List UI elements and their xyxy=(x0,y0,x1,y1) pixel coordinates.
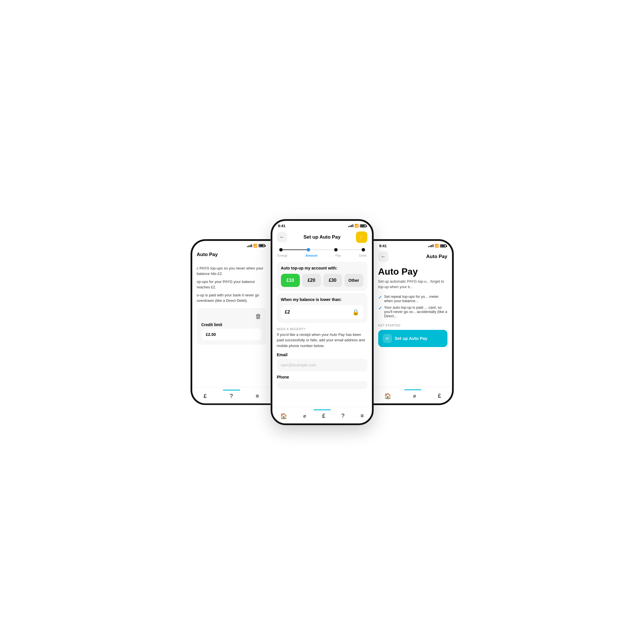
auto-pay-title: Auto Pay xyxy=(374,264,452,279)
nav-indicator-center xyxy=(314,409,331,410)
amount-btn-30[interactable]: £30 xyxy=(323,274,342,287)
step-dot-0 xyxy=(279,248,283,251)
signal-icon-right xyxy=(428,244,433,247)
lock-icon: 🔒 xyxy=(352,309,359,316)
battery-icon-right xyxy=(440,244,446,247)
nav-title-right: Auto Pay xyxy=(426,254,447,259)
step-line-0 xyxy=(283,249,307,250)
status-bar-center: 9:41 📶 xyxy=(272,221,372,229)
step-label-done: Done xyxy=(359,254,366,257)
nav-item-home[interactable]: 🏠 xyxy=(278,411,290,421)
infinity-icon: ∞ xyxy=(383,334,392,343)
nav-item-home-right[interactable]: 🏠 xyxy=(382,391,394,401)
step-dot-1 xyxy=(307,248,310,251)
nav-bar-center: ← Set up Auto Pay ⚡ xyxy=(272,229,372,245)
amount-btn-10[interactable]: £10 xyxy=(281,274,300,287)
balance-card-title: When my balance is lower than: xyxy=(281,297,363,302)
back-button-center[interactable]: ← xyxy=(277,232,287,242)
step-labels: Energy Amount Pay Done xyxy=(272,253,372,259)
nav-item-usage-right[interactable]: ⌀ xyxy=(411,392,418,400)
nav-item-help[interactable]: ? xyxy=(227,392,235,401)
phone-right: 9:41 📶 ← Auto Pay xyxy=(374,239,454,405)
setup-auto-pay-button[interactable]: ∞ Set up Auto Pay xyxy=(378,330,447,347)
check-text-1: Your auto top-up is paid ... card, so yo… xyxy=(384,305,447,318)
auto-pay-desc: Set up automatic PAYG top-u... forget to… xyxy=(374,279,452,293)
step-line-2 xyxy=(338,249,362,250)
lightning-button[interactable]: ⚡ xyxy=(356,231,367,243)
step-line-1 xyxy=(310,249,334,250)
nav-item-payments-center[interactable]: £ xyxy=(320,411,328,420)
credit-section: 🗑 Credit limit £2.00 xyxy=(197,308,266,345)
check-text-0: Set repeat top-ups for yo... meter when … xyxy=(384,294,447,303)
check-list: ✓ Set repeat top-ups for yo... meter whe… xyxy=(374,293,452,322)
step-label-energy: Energy xyxy=(278,254,288,257)
stepper xyxy=(272,245,372,253)
nav-item-menu-center[interactable]: ≡ xyxy=(358,411,366,420)
time-center: 9:41 xyxy=(278,224,286,228)
check-item-0: ✓ Set repeat top-ups for yo... meter whe… xyxy=(378,294,447,303)
time-right: 9:41 xyxy=(379,244,387,248)
email-input[interactable]: sam@example.com xyxy=(277,359,367,371)
amount-card-title: Auto top-up my account with: xyxy=(281,266,363,270)
receipt-section: NEED A RECEIPT? If you'd like a receipt … xyxy=(272,325,372,353)
receipt-desc: If you'd like a receipt when your Auto P… xyxy=(277,332,367,349)
phone-label: Phone xyxy=(272,375,372,379)
phone-left: 📶 Auto Pay c PAYG top-ups so you never w… xyxy=(191,239,271,405)
amount-card: Auto top-up my account with: £10 £20 £30… xyxy=(277,262,367,291)
lightning-icon: ⚡ xyxy=(358,234,365,241)
nav-bar-right: ← Auto Pay xyxy=(374,249,452,264)
bottom-nav-right: 🏠 ⌀ £ xyxy=(374,387,452,403)
wifi-icon-right: 📶 xyxy=(435,244,439,248)
battery-icon xyxy=(259,244,265,247)
credit-label: Credit limit xyxy=(201,322,222,327)
check-mark-0: ✓ xyxy=(378,295,382,300)
left-desc3: o-up is paid with your bank ll never go … xyxy=(197,292,266,304)
signal-icon xyxy=(247,244,252,247)
amount-btn-20[interactable]: £20 xyxy=(302,274,321,287)
step-dot-2 xyxy=(334,248,338,251)
email-placeholder: sam@example.com xyxy=(281,363,316,367)
setup-btn-label: Set up Auto Pay xyxy=(395,336,427,341)
setup-btn-icon-symbol: ∞ xyxy=(386,336,389,341)
battery-icon-center xyxy=(360,224,366,227)
left-page-title: Auto Pay xyxy=(197,252,266,257)
check-mark-1: ✓ xyxy=(378,306,382,311)
nav-indicator-right xyxy=(404,389,421,390)
wifi-icon: 📶 xyxy=(253,244,257,248)
nav-item-menu[interactable]: ≡ xyxy=(253,392,261,401)
step-dot-3 xyxy=(362,248,365,251)
email-label: Email xyxy=(272,352,372,357)
back-arrow-center: ← xyxy=(280,235,284,240)
amount-options: £10 £20 £30 Other xyxy=(281,274,363,287)
nav-item-payments[interactable]: £ xyxy=(201,392,209,401)
credit-value: £2.00 xyxy=(201,329,261,340)
balance-input: £2 🔒 xyxy=(281,305,363,319)
left-desc2: op-ups for your PAYG your balance reache… xyxy=(197,279,266,290)
get-started-label: GET STARTED xyxy=(374,322,452,329)
trash-icon[interactable]: 🗑 xyxy=(255,313,261,320)
wifi-icon-center: 📶 xyxy=(354,224,359,228)
phone-center: 9:41 📶 ← Set up Auto Pay xyxy=(271,219,374,425)
nav-item-help-center[interactable]: ? xyxy=(339,411,347,420)
bottom-nav-left: £ ? ≡ xyxy=(192,387,271,403)
nav-title-center: Set up Auto Pay xyxy=(304,234,341,240)
nav-indicator xyxy=(223,390,240,391)
back-button-right[interactable]: ← xyxy=(378,251,389,262)
left-desc1: c PAYG top-ups so you never when your ba… xyxy=(197,265,266,277)
bottom-nav-center: 🏠 ⌀ £ ? ≡ xyxy=(272,407,372,423)
back-arrow-right: ← xyxy=(381,254,386,259)
amount-btn-other[interactable]: Other xyxy=(344,274,363,287)
balance-value: £2 xyxy=(285,310,290,315)
step-label-pay: Pay xyxy=(336,254,341,257)
step-label-amount: Amount xyxy=(306,254,318,257)
signal-icon-center xyxy=(348,224,353,227)
nav-item-payments-right[interactable]: £ xyxy=(435,391,443,400)
receipt-label: NEED A RECEIPT? xyxy=(277,328,367,331)
check-item-1: ✓ Your auto top-up is paid ... card, so … xyxy=(378,305,447,318)
status-bar-right: 9:41 📶 xyxy=(374,241,452,249)
phone-input[interactable] xyxy=(277,381,367,389)
balance-card: When my balance is lower than: £2 🔒 xyxy=(277,293,367,323)
nav-item-usage[interactable]: ⌀ xyxy=(301,412,308,420)
